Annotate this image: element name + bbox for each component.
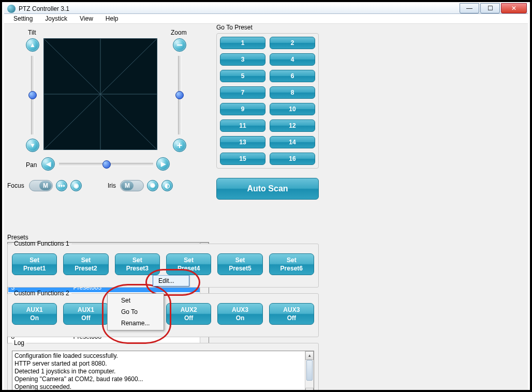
cf-button-aux1on[interactable]: AUX1On [12, 303, 57, 325]
app-icon [7, 5, 16, 13]
goto-preset-12[interactable]: 12 [270, 119, 315, 132]
goto-preset-7[interactable]: 7 [220, 86, 265, 99]
zoom-label: Zoom [171, 29, 187, 36]
menubar: Setting Joystick View Help [4, 14, 528, 24]
focus-near-button[interactable]: ♦♦♦ [56, 180, 67, 191]
cf-button-setpreset2[interactable]: SetPreset2 [63, 253, 108, 275]
pan-left-button[interactable]: ◀ [41, 157, 55, 171]
tilt-label: Tilt [28, 29, 36, 36]
cf1-edit-popup[interactable]: Edit... [153, 275, 189, 287]
log-scroll-down-icon[interactable]: ▾ [305, 388, 314, 392]
goto-preset-2[interactable]: 2 [270, 37, 315, 49]
goto-preset-9[interactable]: 9 [220, 103, 265, 115]
goto-preset-8[interactable]: 8 [270, 86, 315, 99]
iris-open-button[interactable]: ✺ [147, 180, 158, 191]
log-line: Configuration file loaded successfully. [14, 352, 314, 360]
ptz-panel: Tilt Zoom ▲ ▼ − + Pan ◀ ▶ [7, 27, 206, 234]
ctx-rename[interactable]: Rename... [109, 318, 162, 329]
menu-view[interactable]: View [75, 14, 98, 23]
log-line: Opening "Camera" at COM2, baud rate 9600… [14, 375, 314, 383]
goto-preset-13[interactable]: 13 [220, 136, 265, 148]
cf-button-setpreset6[interactable]: SetPreset6 [269, 253, 314, 275]
goto-preset-10[interactable]: 10 [270, 103, 315, 115]
log-scroll-thumb[interactable] [306, 360, 313, 381]
menu-help[interactable]: Help [100, 14, 124, 23]
goto-preset-3[interactable]: 3 [220, 53, 265, 66]
goto-preset-panel: Go To Preset 12345678910111213141516 Aut… [216, 24, 319, 231]
minimize-button[interactable]: — [460, 3, 479, 13]
iris-label: Iris [108, 182, 116, 189]
tilt-slider-thumb[interactable] [28, 91, 37, 99]
auto-scan-button[interactable]: Auto Scan [216, 178, 319, 200]
menu-joystick[interactable]: Joystick [40, 14, 72, 23]
ctx-set[interactable]: Set [109, 295, 162, 306]
iris-close-button[interactable]: ◐ [161, 180, 173, 191]
zoom-in-button[interactable]: + [173, 139, 186, 152]
goto-preset-16[interactable]: 16 [270, 153, 315, 165]
zoom-slider-track[interactable] [178, 56, 181, 134]
pan-slider-track[interactable] [59, 163, 153, 166]
log-panel: Log Configuration file loaded successful… [7, 339, 319, 392]
zoom-out-button[interactable]: − [173, 38, 186, 52]
log-line: Opening succeeded. [14, 383, 314, 391]
log-title: Log [12, 339, 26, 346]
log-scroll-up-icon[interactable]: ▴ [305, 351, 314, 360]
maximize-button[interactable]: ☐ [480, 3, 500, 13]
cf-button-setpreset1[interactable]: SetPreset1 [12, 253, 57, 275]
pan-label: Pan [26, 161, 37, 169]
goto-preset-1[interactable]: 1 [220, 37, 265, 49]
titlebar[interactable]: PTZ Controller 3.1 — ☐ ✕ [4, 4, 528, 14]
cf-button-aux2off[interactable]: AUX2Off [166, 303, 211, 325]
iris-toggle[interactable]: M [120, 180, 144, 191]
window-title: PTZ Controller 3.1 [19, 5, 69, 12]
client-area: Tilt Zoom ▲ ▼ − + Pan ◀ ▶ [4, 24, 528, 392]
goto-preset-14[interactable]: 14 [270, 136, 315, 148]
cf-button-aux3off[interactable]: AUX3Off [269, 303, 314, 325]
goto-preset-title: Go To Preset [216, 24, 319, 31]
cf2-title: Custom Functions 2 [12, 290, 71, 297]
pan-right-button[interactable]: ▶ [156, 157, 170, 171]
cf-button-aux3on[interactable]: AUX3On [217, 303, 262, 325]
tilt-down-button[interactable]: ▼ [26, 139, 39, 152]
focus-far-button[interactable]: ◉ [70, 180, 82, 191]
preset-context-menu[interactable]: Set Go To Rename... [107, 293, 164, 330]
log-textarea[interactable]: Configuration file loaded successfully.H… [12, 351, 314, 392]
goto-preset-5[interactable]: 5 [220, 70, 265, 82]
tilt-slider-track[interactable] [31, 56, 34, 134]
goto-preset-11[interactable]: 11 [220, 119, 265, 132]
cf-button-setpreset5[interactable]: SetPreset5 [217, 253, 262, 275]
ctx-goto[interactable]: Go To [109, 306, 162, 318]
focus-label: Focus [7, 182, 24, 189]
tilt-up-button[interactable]: ▲ [26, 38, 39, 52]
cf-button-setpreset4[interactable]: SetPreset4 [166, 253, 211, 275]
goto-preset-6[interactable]: 6 [270, 70, 315, 82]
cf-button-aux1off[interactable]: AUX1Off [63, 303, 108, 325]
zoom-slider-thumb[interactable] [175, 91, 184, 99]
ptz-video-pad[interactable] [43, 38, 157, 150]
app-window: PTZ Controller 3.1 — ☐ ✕ Setting Joystic… [4, 4, 528, 388]
pan-slider-thumb[interactable] [102, 160, 111, 169]
log-line: HTTP server started at port 8080. [14, 360, 314, 368]
focus-toggle[interactable]: M [29, 180, 53, 191]
goto-preset-4[interactable]: 4 [270, 53, 315, 66]
custom-functions-1-panel: Custom Functions 1 SetPreset1SetPreset2S… [7, 240, 319, 288]
cf1-title: Custom Functions 1 [12, 240, 71, 247]
cf-button-setpreset3[interactable]: SetPreset3 [115, 253, 160, 275]
menu-setting[interactable]: Setting [8, 14, 38, 23]
close-button[interactable]: ✕ [501, 3, 527, 13]
goto-preset-15[interactable]: 15 [220, 153, 265, 165]
log-line: Detected 1 joysticks in the computer. [14, 368, 314, 375]
